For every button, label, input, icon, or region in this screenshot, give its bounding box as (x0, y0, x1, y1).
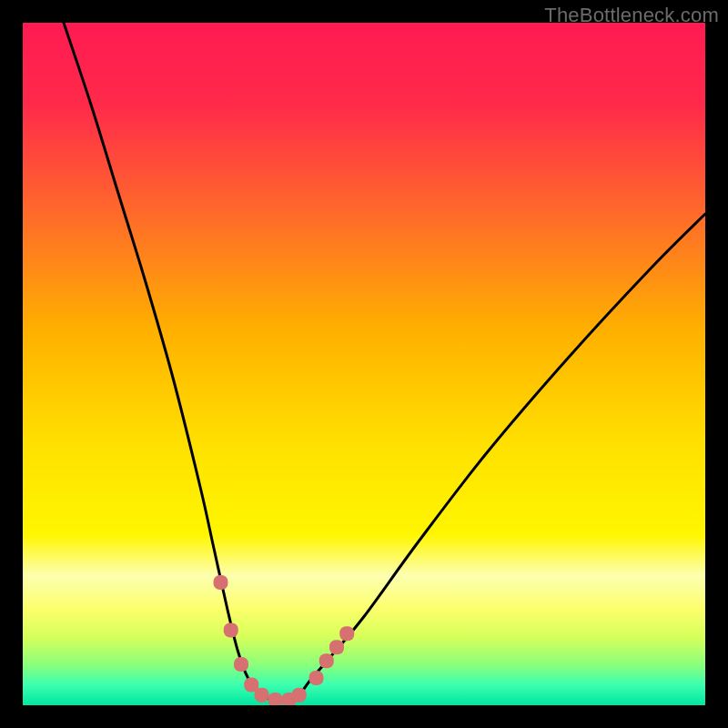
data-point (329, 640, 344, 654)
watermark-text: TheBottleneck.com (544, 4, 719, 27)
data-point (339, 626, 354, 641)
data-point (224, 623, 238, 638)
data-point (292, 688, 307, 703)
data-point (214, 575, 228, 590)
data-point (268, 693, 283, 705)
data-point (319, 653, 334, 668)
data-point (309, 671, 324, 685)
chart-frame: TheBottleneck.com (0, 0, 728, 728)
data-point (234, 657, 248, 672)
bottleneck-chart (23, 23, 705, 705)
plot-area (23, 23, 705, 705)
bottleneck-curve (64, 23, 705, 701)
data-point (255, 688, 269, 703)
